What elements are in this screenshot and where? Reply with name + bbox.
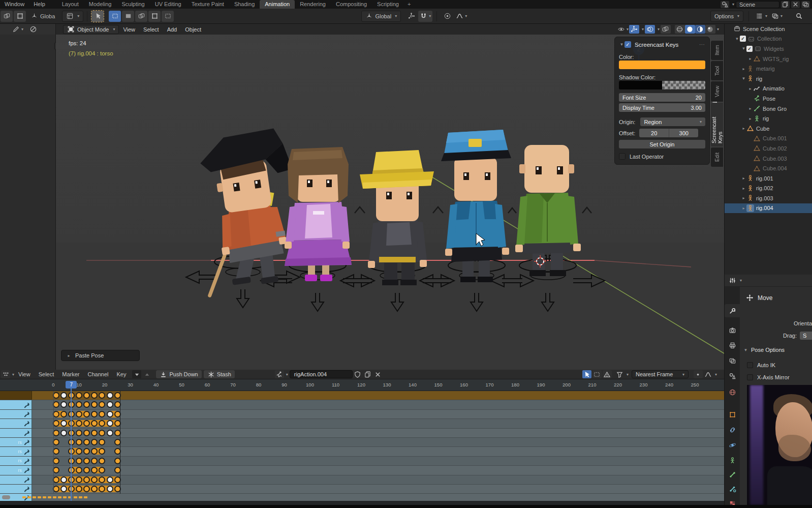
outliner-item-rig-003[interactable]: ▸rig.003 <box>725 193 812 203</box>
outliner-item-cube-004[interactable]: Cube.004 <box>725 163 812 173</box>
disclosure-icon[interactable]: ▸ <box>747 116 753 121</box>
outliner-item-rig[interactable]: ▼rig <box>725 74 812 84</box>
collapsed-keyframe[interactable] <box>63 496 67 498</box>
push-down-button[interactable]: Push Down <box>156 370 201 378</box>
auto-ik-checkbox[interactable] <box>747 362 753 368</box>
wrench-modifier-icon[interactable] <box>23 476 29 483</box>
collapsed-keyframe[interactable] <box>43 496 46 498</box>
shading-rendered-button[interactable] <box>705 25 715 34</box>
keyframe[interactable] <box>107 430 113 436</box>
keyframe[interactable] <box>60 486 67 492</box>
channel-name-cell[interactable] <box>0 485 32 493</box>
collection-checkbox[interactable]: ✓ <box>740 36 746 42</box>
scene-name-field[interactable]: Scene <box>736 1 779 8</box>
offset-x-field[interactable]: 20 <box>639 129 669 137</box>
collection-checkbox[interactable]: ✓ <box>746 46 753 52</box>
topbar-menu-window[interactable]: Window <box>0 0 29 9</box>
wrench-modifier-icon[interactable] <box>23 486 29 492</box>
select-intersect-button[interactable] <box>162 11 174 22</box>
collapsed-keyframe[interactable] <box>84 496 87 498</box>
timeline-ruler[interactable]: 0102030405060708090100110120130140150160… <box>0 379 724 391</box>
outliner-item-cube[interactable]: ▸Cube <box>725 124 812 134</box>
collapsed-keyframe[interactable] <box>53 496 56 498</box>
sidebar-tab-tool[interactable]: Tool <box>711 61 723 80</box>
drag-value-dropdown[interactable]: S <box>800 332 812 340</box>
channel-name-cell[interactable] <box>0 410 32 419</box>
channel-name-cell[interactable] <box>0 475 32 484</box>
wrench-modifier-icon[interactable] <box>23 430 29 436</box>
disclosure-icon[interactable]: ▸ <box>741 126 746 131</box>
workspace-tab-modeling[interactable]: Modeling <box>84 0 117 9</box>
keyframe[interactable] <box>107 392 113 399</box>
outliner-item-collection[interactable]: ▼✓Collection <box>725 34 812 44</box>
last-operator-checkbox[interactable] <box>619 153 626 160</box>
dope-menu-marker[interactable]: Marker <box>58 371 83 377</box>
keyframe[interactable] <box>91 392 98 399</box>
keyframe[interactable] <box>83 439 90 445</box>
keyframe[interactable] <box>76 401 82 408</box>
display-time-field[interactable]: Display Time 3.00 <box>619 103 705 112</box>
new-action-copy-icon[interactable] <box>363 370 372 378</box>
workspace-tab-shading[interactable]: Shading <box>229 0 260 9</box>
outliner-item-metarig[interactable]: ▸metarig <box>725 64 812 74</box>
proportional-editing-button[interactable] <box>441 11 453 22</box>
keyframe[interactable] <box>83 430 90 436</box>
select-cursor-toggle[interactable] <box>582 370 591 378</box>
keyframe[interactable] <box>60 392 67 399</box>
mode-dropdown[interactable]: Object Mode▾ <box>63 25 119 34</box>
keyframe[interactable] <box>99 467 105 473</box>
channel-name-cell[interactable]: rs <box>0 457 32 465</box>
keyframe[interactable] <box>107 476 113 483</box>
collapsed-keyframe[interactable] <box>22 496 26 498</box>
keyframe[interactable] <box>76 476 82 483</box>
keyframe[interactable] <box>107 401 113 408</box>
keyframe[interactable] <box>99 439 105 445</box>
auto-ik-row[interactable]: Auto IK <box>747 362 775 368</box>
character-police-officer[interactable] <box>441 130 511 282</box>
properties-tab-view-layer[interactable] <box>725 354 740 367</box>
outliner-item-rig-002[interactable]: ▸rig.002 <box>725 184 812 194</box>
disabled-icon[interactable] <box>29 25 37 33</box>
pose-options-header[interactable]: ▼ Pose Options <box>743 347 785 353</box>
x-axis-mirror-row[interactable]: X-Axis Mirror <box>747 374 790 380</box>
snap-target-icon[interactable] <box>405 11 417 22</box>
filter-funnel-dropdown[interactable] <box>615 370 624 378</box>
snap-magnet-button[interactable]: ▾ <box>418 11 432 22</box>
visibility-dropdown[interactable]: ▾ <box>618 25 628 34</box>
collapsed-keyframe[interactable] <box>48 496 51 498</box>
workspace-tab-texture-paint[interactable]: Texture Paint <box>186 0 229 9</box>
outliner-item-bone-gro[interactable]: ▸Bone Gro <box>725 104 812 114</box>
keyframe[interactable] <box>91 401 98 408</box>
keyframe[interactable] <box>99 448 105 455</box>
snap-mode-dropdown[interactable]: Nearest Frame▾ <box>632 370 689 378</box>
channel-name-cell[interactable] <box>0 400 32 409</box>
outliner-item-widgets[interactable]: ▼✓Widgets <box>725 44 812 54</box>
search-icon[interactable] <box>793 11 805 22</box>
screencast-enable-checkbox[interactable]: ✓ <box>624 41 631 48</box>
set-origin-button[interactable]: Set Origin <box>619 140 705 148</box>
dope-menu-channel[interactable]: Channel <box>83 371 112 377</box>
channel-name-cell[interactable]: rs <box>0 466 32 474</box>
topbar-menu-help[interactable]: Help <box>29 0 50 9</box>
summary-channel-cell[interactable] <box>0 391 32 400</box>
properties-tab-bone[interactable] <box>725 468 740 481</box>
wrench-modifier-icon[interactable] <box>23 449 29 455</box>
offset-y-field[interactable]: 300 <box>669 129 698 137</box>
properties-tab-object-data[interactable] <box>725 454 740 467</box>
disclosure-icon[interactable]: ▼ <box>741 46 746 51</box>
keyframe[interactable] <box>83 401 90 408</box>
viewport-menu-select[interactable]: Select <box>139 26 163 33</box>
workspace-tab-layout[interactable]: Layout <box>57 0 84 9</box>
keyframe[interactable] <box>91 439 98 445</box>
workspace-tab-rendering[interactable]: Rendering <box>295 0 331 9</box>
workspace-tab-sculpting[interactable]: Sculpting <box>116 0 149 9</box>
select-difference-button[interactable] <box>148 11 161 22</box>
options-icon[interactable] <box>14 11 26 22</box>
collapsed-keyframe[interactable] <box>58 496 61 498</box>
keyframe[interactable] <box>76 486 82 492</box>
collapsed-keyframe[interactable] <box>33 496 36 498</box>
keyframe[interactable] <box>99 430 105 436</box>
options-dropdown[interactable]: Options▾ <box>710 11 743 22</box>
properties-tab-physics[interactable] <box>725 438 740 452</box>
channel-filter-button[interactable] <box>132 370 141 378</box>
